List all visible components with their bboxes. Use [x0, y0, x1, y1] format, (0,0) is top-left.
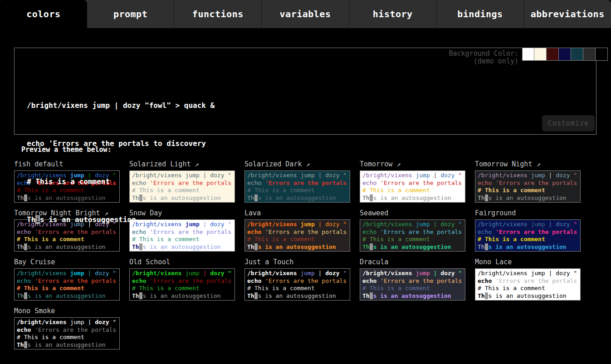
- theme-sample: /bright/vixens jump | dozy "echo 'Errors…: [244, 268, 350, 301]
- background-color-picker: Background Color:(demo only): [449, 48, 608, 65]
- tab-abbreviations[interactable]: abbreviations: [523, 0, 611, 28]
- demo-only-label: (demo only): [474, 57, 518, 65]
- theme-sample: /bright/vixens jump | dozy "echo 'Errors…: [475, 268, 581, 301]
- token-cmd2: dozy: [95, 319, 109, 325]
- token-cmd2: dozy: [556, 270, 570, 277]
- sample-line-2: echo 'Errors are the portals: [17, 326, 119, 334]
- token-string: 'Errors are the portals: [495, 277, 577, 284]
- token-echo: echo: [17, 277, 31, 284]
- background-color-label-text: Background Color:: [449, 49, 518, 58]
- tab-functions[interactable]: functions: [174, 0, 261, 28]
- token-echo: echo: [17, 326, 31, 333]
- token-string: 'Errors are the portals: [34, 326, 116, 333]
- token-typed: Th: [132, 292, 139, 299]
- token-string: 'Errors are the portals: [265, 277, 347, 284]
- token-quote: ": [458, 270, 462, 277]
- token-pipe: |: [203, 270, 207, 277]
- tab-prompt[interactable]: prompt: [87, 0, 174, 28]
- token-suggestion: s is an autosuggestion: [142, 292, 220, 299]
- terminal-preview: Background Color:(demo only) /bright/vix…: [14, 48, 596, 135]
- background-swatch-white[interactable]: [522, 48, 534, 61]
- theme-card-dracula[interactable]: Dracula/bright/vixens jump | dozy "echo …: [360, 258, 465, 301]
- background-color-label: Background Color:(demo only): [449, 50, 518, 65]
- token-string: 'Errors are the portals: [380, 277, 462, 284]
- sample-line-2: echo 'Errors are the portals: [478, 277, 580, 285]
- token-cmd2: dozy: [210, 270, 224, 277]
- tab-bar: colorspromptfunctionsvariableshistorybin…: [0, 0, 611, 28]
- tab-bindings[interactable]: bindings: [436, 0, 524, 28]
- theme-sample: /bright/vixens jump | dozy "echo 'Errors…: [360, 268, 465, 301]
- token-comment: # This is a comment: [247, 285, 315, 291]
- token-quote: ": [573, 270, 577, 277]
- token-path: /bright/vixens: [17, 270, 67, 277]
- token-param: jump: [300, 270, 314, 277]
- token-echo: echo: [478, 277, 492, 284]
- sample-line-1: /bright/vixens jump | dozy ": [362, 270, 465, 277]
- token-path: /bright/vixens: [247, 270, 297, 277]
- terminal-line-2: echo 'Errors are the portals to discover…: [27, 137, 596, 150]
- sample-line-3: # This is a comment: [478, 285, 580, 292]
- sample-line-4: This is an autosuggestion: [132, 292, 235, 300]
- token-typed: Th: [17, 292, 24, 299]
- token-typed: Th: [478, 292, 485, 299]
- background-swatch-dark-gray[interactable]: [583, 48, 596, 61]
- token-typed: Th: [247, 292, 254, 299]
- token-param: jump: [531, 270, 545, 277]
- terminal-sample-text: /bright/vixens jump | dozy "fowl" > quac…: [15, 48, 596, 252]
- background-swatch-maroon[interactable]: [547, 48, 559, 61]
- sample-line-3: # This is a comment: [17, 334, 119, 341]
- background-swatch-black[interactable]: [596, 48, 608, 61]
- background-swatch-cream[interactable]: [534, 48, 547, 61]
- token-pipe: |: [549, 270, 552, 277]
- sample-line-4: This is an autosuggestion: [247, 292, 350, 300]
- theme-card-mono-smoke[interactable]: Mono Smoke/bright/vixens jump | dozy "ec…: [14, 307, 120, 349]
- sample-line-1: /bright/vixens jump | dozy ": [17, 319, 119, 326]
- token-comment: # This is a comment: [132, 285, 200, 291]
- token-pipe: |: [88, 270, 92, 277]
- token-suggestion: s is an autosuggestion: [373, 292, 451, 299]
- theme-sample: /bright/vixens jump | dozy "echo 'Errors…: [14, 268, 120, 301]
- cursor-block: i: [35, 215, 40, 224]
- theme-name: Mono Smoke: [14, 307, 120, 315]
- sample-line-3: # This is a comment: [132, 285, 235, 292]
- token-param: jump: [70, 319, 84, 325]
- token-param: jump: [70, 270, 84, 277]
- theme-sample: /bright/vixens jump | dozy "echo 'Errors…: [129, 268, 235, 301]
- token-quote: ": [343, 270, 347, 277]
- token-quote: ": [228, 270, 231, 277]
- token-path: /bright/vixens: [132, 270, 182, 277]
- terminal-line-4: This is an autosuggestion: [27, 214, 596, 226]
- tab-history[interactable]: history: [349, 0, 436, 28]
- theme-sample: /bright/vixens jump | dozy "echo 'Errors…: [14, 317, 120, 349]
- background-swatch-teal[interactable]: [571, 48, 583, 61]
- sample-line-3: # This is a comment: [362, 285, 465, 292]
- sample-line-3: # This is a comment: [247, 285, 350, 292]
- token-echo: echo: [362, 277, 376, 284]
- token-comment: # This is a comment: [362, 285, 430, 291]
- typed-text: Th: [27, 215, 35, 224]
- autosuggestion-text: s is an autosuggestion: [40, 215, 136, 224]
- token-typed: Th: [362, 292, 370, 299]
- theme-card-mono-lace[interactable]: Mono Lace/bright/vixens jump | dozy "ech…: [475, 258, 581, 301]
- token-cmd2: dozy: [440, 270, 455, 277]
- sample-line-2: echo 'Errors are the portals: [132, 277, 235, 285]
- token-param: jump: [185, 270, 199, 277]
- tab-colors[interactable]: colors: [0, 0, 87, 28]
- sample-line-1: /bright/vixens jump | dozy ": [478, 270, 580, 277]
- token-quote: ": [112, 319, 116, 325]
- theme-name: Mono Lace: [475, 258, 581, 266]
- theme-card-bay-cruise[interactable]: Bay Cruise/bright/vixens jump | dozy "ec…: [14, 258, 120, 301]
- background-color-swatches: [522, 48, 608, 61]
- theme-card-old-school[interactable]: Old School/bright/vixens jump | dozy "ec…: [129, 258, 235, 301]
- theme-card-just-a-touch[interactable]: Just a Touch/bright/vixens jump | dozy "…: [244, 258, 350, 301]
- token-quote: ": [112, 270, 116, 277]
- token-suggestion: s is an autosuggestion: [27, 292, 105, 299]
- sample-line-4: This is an autosuggestion: [478, 292, 580, 300]
- token-string: 'Errors are the portals: [150, 277, 231, 284]
- token-string: 'Errors are the portals: [34, 277, 116, 284]
- sample-line-1: /bright/vixens jump | dozy ": [247, 270, 350, 277]
- sample-line-3: # This is a comment: [17, 285, 119, 292]
- background-swatch-navy[interactable]: [559, 48, 571, 61]
- tab-variables[interactable]: variables: [261, 0, 349, 28]
- customize-button[interactable]: Customize: [542, 115, 595, 131]
